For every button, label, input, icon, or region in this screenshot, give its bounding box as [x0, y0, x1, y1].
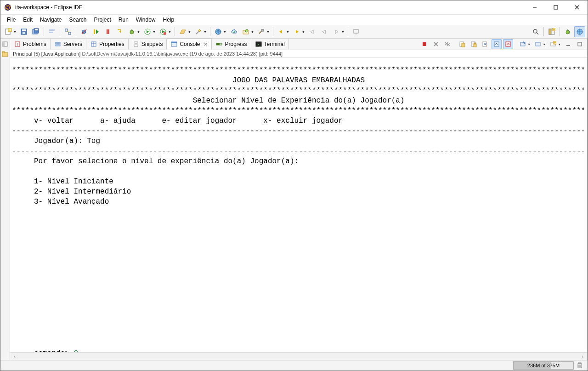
step-into-button[interactable] — [114, 26, 125, 37]
svg-rect-68 — [91, 42, 96, 46]
minimize-button[interactable] — [524, 0, 545, 14]
open-console-button[interactable]: ▼ — [548, 39, 558, 49]
nav-prev-button[interactable] — [307, 26, 318, 37]
svg-line-21 — [68, 31, 68, 32]
show-when-stderr-button[interactable] — [503, 39, 513, 49]
open-perspective-button[interactable] — [546, 26, 557, 37]
launch-descriptor: Principal (5) [Java Application] D:\soft… — [10, 50, 587, 58]
svg-rect-19 — [65, 29, 68, 31]
menu-help[interactable]: Help — [159, 16, 178, 24]
main-toolbar: ▼ ▼ ▼ ▼ ▼ ▼ ▼ ▼ ▼ ▼ ▼ ▼ — [0, 25, 588, 38]
properties-icon — [90, 40, 97, 48]
resume-button[interactable] — [90, 26, 102, 37]
svg-rect-18 — [49, 32, 53, 33]
run-hammer-button[interactable]: ▼ — [256, 26, 267, 37]
web-browser-button[interactable]: ▼ — [213, 26, 224, 37]
new-button[interactable]: ▼ — [3, 26, 14, 37]
scroll-lock-button[interactable] — [469, 39, 479, 49]
svg-point-41 — [245, 29, 248, 32]
menu-window[interactable]: Window — [132, 16, 159, 24]
svg-marker-28 — [119, 31, 121, 33]
console-output[interactable]: ****************************************… — [10, 65, 587, 352]
remove-launch-button[interactable] — [431, 39, 441, 49]
menu-project[interactable]: Project — [90, 16, 114, 24]
skip-breakpoints-button[interactable] — [79, 26, 90, 37]
tab-snippets[interactable]: Snippets — [129, 39, 167, 49]
svg-rect-97 — [536, 42, 540, 46]
close-tab-icon[interactable]: ✕ — [204, 41, 208, 47]
new-server-button[interactable]: ▼ — [177, 26, 188, 37]
nav-up-button[interactable] — [319, 26, 330, 37]
toggle-breadcrumb-button[interactable] — [46, 26, 57, 37]
maximize-button[interactable] — [545, 0, 566, 14]
svg-line-51 — [537, 33, 538, 34]
heap-status[interactable]: 236M of 375M — [513, 361, 574, 370]
show-when-stdout-button[interactable] — [492, 39, 502, 49]
console-icon — [170, 40, 178, 48]
nav-forward-button[interactable]: ▼ — [291, 26, 302, 37]
window-title: ita-workspace - Eclipse IDE — [15, 4, 83, 11]
pin-editor-button[interactable] — [351, 26, 362, 37]
debug-button[interactable]: ▼ — [126, 26, 137, 37]
close-button[interactable] — [566, 0, 588, 14]
search-icon[interactable] — [530, 26, 541, 37]
svg-point-57 — [566, 30, 570, 34]
svg-point-50 — [533, 29, 537, 33]
remove-all-launches-button[interactable] — [442, 39, 452, 49]
horizontal-scrollbar[interactable]: ‹› — [10, 352, 587, 360]
tab-problems[interactable]: ! Problems — [10, 39, 51, 49]
minimize-view-button[interactable] — [563, 39, 573, 49]
save-all-button[interactable] — [30, 26, 41, 37]
problems-icon: ! — [14, 40, 21, 48]
package-explorer-icon[interactable] — [0, 50, 10, 59]
refresh-cloud-button[interactable] — [228, 26, 239, 37]
svg-point-29 — [130, 30, 134, 34]
java-ee-perspective-button[interactable] — [574, 26, 585, 37]
terminate-console-button[interactable] — [419, 39, 430, 49]
svg-rect-75 — [171, 42, 177, 43]
save-button[interactable] — [18, 26, 29, 37]
tab-console[interactable]: Console ✕ — [167, 39, 212, 50]
progress-icon — [215, 40, 223, 48]
new-wizard-button[interactable]: ▼ — [193, 26, 204, 37]
svg-marker-46 — [322, 30, 325, 34]
link-editor-button[interactable] — [62, 26, 74, 37]
svg-rect-20 — [68, 32, 71, 34]
maximize-view-button[interactable] — [575, 39, 585, 49]
status-bar: 236M of 375M — [0, 360, 588, 371]
tab-label: Servers — [63, 41, 82, 47]
svg-rect-49 — [354, 29, 358, 33]
tab-properties[interactable]: Properties — [86, 39, 129, 49]
tab-label: Progress — [225, 41, 247, 47]
word-wrap-button[interactable] — [480, 39, 490, 49]
pin-console-button[interactable]: ▼ — [518, 39, 528, 49]
console-area[interactable]: ****************************************… — [10, 58, 587, 352]
display-selected-console-button[interactable]: ▼ — [533, 39, 543, 49]
run-gc-button[interactable] — [577, 362, 584, 369]
servers-icon — [54, 40, 62, 48]
menu-edit[interactable]: Edit — [19, 16, 36, 24]
terminate-button[interactable] — [102, 26, 113, 37]
nav-back-button[interactable]: ▼ — [276, 26, 287, 37]
menu-file[interactable]: File — [3, 16, 19, 24]
restore-left-icon[interactable] — [0, 40, 10, 49]
nav-next-button[interactable]: ▼ — [331, 26, 342, 37]
svg-rect-77 — [216, 43, 220, 45]
coverage-button[interactable]: ▼ — [158, 26, 169, 37]
tab-progress[interactable]: Progress — [212, 39, 251, 49]
svg-marker-48 — [335, 30, 338, 34]
menu-navigate[interactable]: Navigate — [36, 16, 65, 24]
svg-rect-124 — [578, 363, 581, 364]
tab-terminal[interactable]: >_ Terminal — [251, 39, 289, 49]
menu-search[interactable]: Search — [65, 16, 90, 24]
open-type-button[interactable]: ▼ — [240, 26, 251, 37]
clear-console-button[interactable] — [457, 39, 467, 49]
run-button[interactable]: ▼ — [142, 26, 153, 37]
menu-run[interactable]: Run — [115, 16, 132, 24]
tab-servers[interactable]: Servers — [51, 39, 86, 49]
svg-rect-4 — [554, 6, 558, 9]
svg-rect-93 — [494, 42, 499, 46]
debug-perspective-button[interactable] — [562, 26, 573, 37]
svg-rect-12 — [22, 29, 26, 31]
svg-marker-45 — [311, 30, 313, 34]
